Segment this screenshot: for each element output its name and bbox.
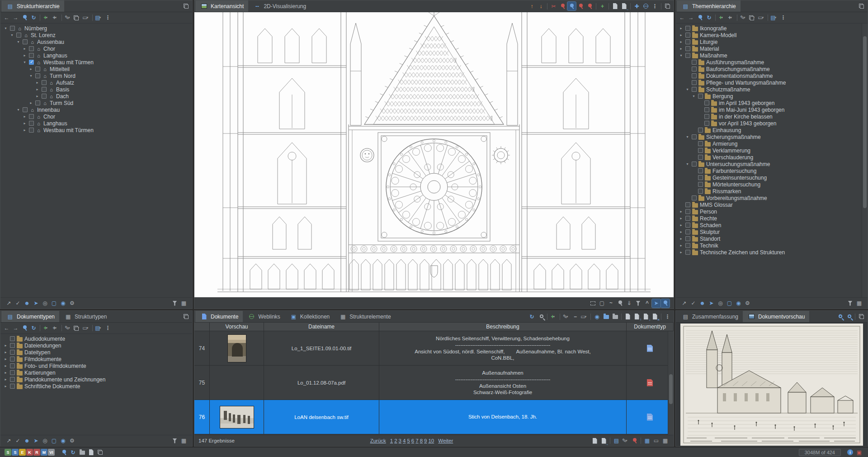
app-icon-k[interactable]: K [26,449,33,456]
app-icon-s[interactable]: S [5,449,11,456]
checkbox[interactable] [704,100,709,105]
nav-forward-icon[interactable]: → [11,324,20,333]
tree-item[interactable]: ▸Farbuntersuchung [676,167,868,174]
expand-arrow[interactable]: ▸ [22,53,27,57]
nav-back-icon[interactable]: ← [2,324,11,333]
tab-2d-visualisierung[interactable]: --2D-Visualisierung [248,0,311,12]
export-icon[interactable]: ↗ [5,437,13,445]
tree-item[interactable]: ▸Verschlauderung [676,154,868,161]
edit-icon[interactable]: ✎▾ [64,324,72,333]
checkbox[interactable] [29,60,34,65]
tree-item[interactable]: ▾Bergung [676,93,868,100]
expand-arrow[interactable]: ▸ [679,230,684,234]
copy-icon[interactable]: ▾ [73,14,81,22]
doc-up-icon[interactable]: ↑ [632,312,641,321]
map-canvas[interactable] [194,12,674,297]
tree-item[interactable]: ▸Person [676,208,868,215]
minus-icon[interactable]: − [571,312,580,321]
tree-item[interactable]: ▾⌂St. Lorenz [0,32,192,38]
expand-arrow[interactable]: ▾ [16,40,21,44]
expand-arrow[interactable]: ▸ [3,357,8,361]
checkbox[interactable] [685,250,690,255]
menu-dots-icon[interactable]: ⋮ [104,14,112,22]
pin-red-icon[interactable] [558,2,567,10]
doc-new-icon[interactable] [611,2,619,10]
user-blue-icon[interactable]: ☻ [23,299,31,308]
grid-icon[interactable]: ▦ [179,437,188,445]
tree-item[interactable]: ▸Schriftliche Dokumente [0,383,192,390]
expand-arrow[interactable]: ▸ [3,364,8,368]
gear-icon[interactable]: ⚙ [68,437,76,445]
checkbox[interactable] [685,46,690,51]
expand-arrow[interactable]: ▾ [9,33,14,37]
tree-item[interactable]: ▸Armierung [676,140,868,147]
tree-item[interactable]: ▸Gesteinsuntersuchung [676,174,868,181]
zoom-in-icon[interactable] [835,312,844,321]
checkbox[interactable] [10,370,15,375]
expand-arrow[interactable]: ▾ [691,94,696,98]
tab-dokumentvorschau[interactable]: Dokumentvorschau [743,311,809,322]
table-row[interactable]: 76LoAN delsenbach sw.tifStich von Delsen… [194,400,674,434]
document-preview[interactable] [676,323,868,446]
select-rect-icon[interactable] [589,299,597,308]
checkbox[interactable] [698,148,703,153]
tree-item[interactable]: ▸Foto- und Filmdokumente [0,362,192,369]
cube-icon[interactable]: ▦ [339,312,347,321]
column-header-vorschau[interactable]: Vorschau [210,323,264,331]
filter-icon[interactable] [846,299,854,308]
globe-blue-icon[interactable] [642,2,650,10]
add-green-icon[interactable]: + [598,2,607,10]
checkbox[interactable] [692,80,697,85]
tree-item[interactable]: ▸Rissmarken [676,188,868,195]
expand-arrow[interactable]: ▸ [3,343,8,348]
expand-arrow[interactable]: ▸ [3,371,8,375]
table-row[interactable]: 74Lo_1_SEITE1.09.01-00.tifNördliches Sei… [194,331,674,366]
edit-icon[interactable]: ✎▾ [621,437,630,445]
app-icon-m[interactable]: M [41,449,47,456]
hierarchy-icon[interactable]: ▤ [6,2,14,10]
grid-icon[interactable]: ▦ [661,437,670,445]
lasso-icon[interactable]: ~ [607,299,615,308]
polyline-icon[interactable]: ^ [643,299,651,308]
checkbox[interactable] [685,53,690,58]
pin-red-x-icon[interactable] [585,2,594,10]
gear-icon[interactable]: ⚙ [68,299,76,308]
expand-arrow[interactable]: ▸ [679,47,684,51]
info-blue-icon[interactable]: i [846,448,854,457]
expand-arrow[interactable]: ▸ [679,250,684,254]
checkbox[interactable] [10,384,15,389]
page-link-10[interactable]: 10 [428,438,434,443]
checkbox[interactable] [29,53,34,58]
column-header-beschreibung[interactable]: Beschreibung [379,323,627,331]
screen-blue-icon[interactable]: ▢ [50,299,58,308]
tab-dokumenttypen[interactable]: ▤Dokumenttypen [1,311,59,322]
expand-arrow[interactable]: ▸ [679,223,684,227]
refresh-icon[interactable]: ↻ [528,312,536,321]
add-gray-icon[interactable]: +▾ [51,14,60,22]
checkbox[interactable] [10,350,15,355]
add-gray-icon[interactable]: +▾ [726,14,735,22]
checkbox[interactable] [692,67,697,71]
card-icon[interactable]: ▭▾ [82,14,90,22]
themes-tree[interactable]: ▸Ikonografie▸Kamera-Modell▸Liturgie▸Mate… [676,24,868,297]
expand-arrow[interactable]: ▸ [679,209,684,214]
copy-icon[interactable] [182,312,190,321]
tree-item[interactable]: ▸⌂Chor [0,113,192,120]
pin-blue-icon[interactable] [60,448,68,457]
checkbox[interactable] [698,182,703,187]
page-link-3[interactable]: 3 [399,438,401,443]
search-icon[interactable] [537,312,545,321]
tab-kartenansicht[interactable]: Kartenansicht [195,0,248,12]
tree-item[interactable]: ▸Kartierungen [0,369,192,376]
refresh-icon[interactable]: ↻ [29,324,38,333]
menu-dots-icon[interactable]: ⋮ [651,2,659,10]
checkbox[interactable] [692,73,697,78]
nav-forward-icon[interactable]: → [11,14,20,22]
copy-icon[interactable] [857,312,866,321]
tree-item[interactable]: ▸im April 1943 geborgen [676,100,868,106]
checkbox[interactable] [698,189,703,194]
folder-blue-icon[interactable] [602,312,610,321]
download-icon[interactable]: ⇓ [625,299,633,308]
checkbox[interactable] [685,216,690,221]
page-link-1[interactable]: 1 [390,438,393,443]
